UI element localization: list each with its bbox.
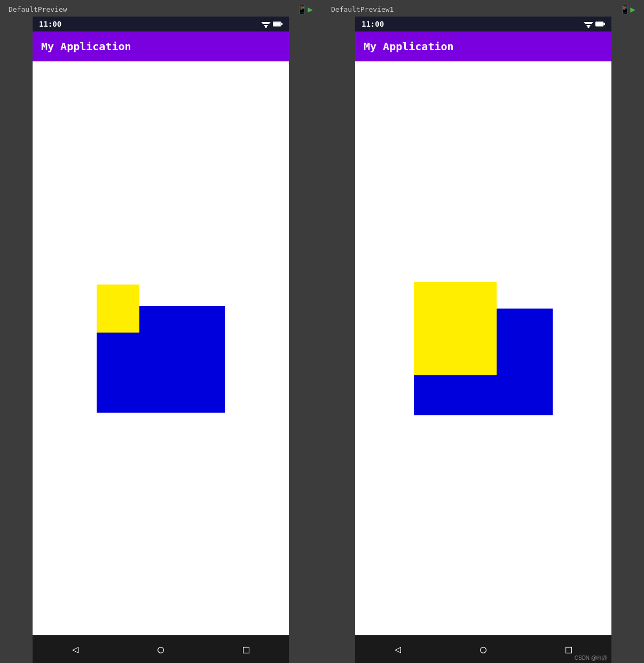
phone1-status-icons: [261, 20, 282, 28]
phone1-time: 11:00: [39, 20, 61, 28]
phone1-yellow-shape: [97, 285, 139, 333]
phone2-shapes: [414, 282, 553, 415]
phone2-status-bar: 11:00: [355, 17, 611, 31]
phone2-back-button[interactable]: ◁: [384, 638, 412, 660]
phone2-home-button[interactable]: ○: [469, 638, 497, 660]
phone2-label: DefaultPreview1: [331, 5, 394, 13]
wifi-icon: [261, 20, 271, 28]
phone1-status-bar: 11:00: [33, 17, 289, 31]
svg-rect-7: [273, 22, 281, 26]
phone2-content: [355, 61, 611, 635]
phone2-app-bar: My Application: [355, 31, 611, 61]
phone1-screen: 11:00: [33, 17, 289, 663]
phone2-status-icons: [584, 20, 605, 28]
phone2-wrapper: DefaultPreview1 📱▶ 11:00: [323, 0, 644, 663]
main-container: DefaultPreview 📱▶ 11:00: [0, 0, 644, 663]
phone1-back-button[interactable]: ◁: [61, 638, 89, 660]
csdn-watermark: CSDN @唯鹿: [575, 654, 607, 662]
phone2-device-icon: 📱▶: [619, 4, 635, 14]
phone1-device-icon: 📱▶: [297, 4, 313, 14]
phone1-app-title: My Application: [41, 40, 131, 53]
phone1-app-bar: My Application: [33, 31, 289, 61]
phone1-shapes: [97, 285, 225, 413]
phone1-content: [33, 61, 289, 635]
wifi-icon-2: [584, 20, 593, 28]
phone2-nav-bar: ◁ ○ □ CSDN @唯鹿: [355, 635, 611, 663]
phone2-time: 11:00: [362, 20, 384, 28]
phone2-app-title: My Application: [364, 40, 454, 53]
svg-rect-5: [281, 23, 282, 26]
phone1-wrapper: DefaultPreview 📱▶ 11:00: [0, 0, 321, 663]
phone2-label-bar: DefaultPreview1 📱▶: [323, 0, 644, 17]
svg-rect-13: [603, 23, 605, 26]
phone1-label: DefaultPreview: [9, 5, 67, 13]
battery-icon-2: [595, 21, 605, 27]
svg-rect-14: [596, 22, 603, 26]
phone2-screen: 11:00 My Applicati: [355, 17, 611, 663]
phone1-home-button[interactable]: ○: [147, 638, 175, 660]
phone1-nav-bar: ◁ ○ □: [33, 635, 289, 663]
battery-icon: [273, 21, 282, 27]
phone1-label-bar: DefaultPreview 📱▶: [0, 0, 321, 17]
phone1-recents-button[interactable]: □: [232, 638, 260, 660]
phone2-yellow-shape: [414, 282, 497, 375]
